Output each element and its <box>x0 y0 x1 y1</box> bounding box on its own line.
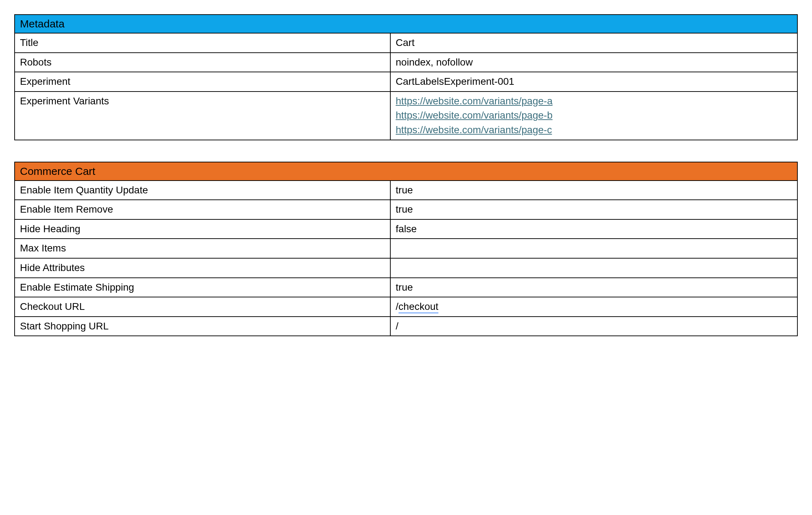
commerce-enable-estimate-shipping-value: true <box>390 278 797 297</box>
commerce-enable-item-quantity-update-label: Enable Item Quantity Update <box>15 181 390 200</box>
table-row: Max Items <box>15 239 797 258</box>
variant-link-a[interactable]: https://website.com/variants/page-a <box>396 94 792 109</box>
commerce-enable-item-quantity-update-value: true <box>390 181 797 200</box>
metadata-header: Metadata <box>15 15 797 33</box>
checkout-url-path: checkout <box>399 301 438 313</box>
table-row: Enable Item Remove true <box>15 200 797 219</box>
metadata-experiment-variants-label: Experiment Variants <box>15 92 390 140</box>
commerce-hide-attributes-label: Hide Attributes <box>15 258 390 278</box>
variant-link-b[interactable]: https://website.com/variants/page-b <box>396 108 792 123</box>
table-row: Start Shopping URL / <box>15 317 797 336</box>
metadata-robots-value: noindex, nofollow <box>390 53 797 72</box>
metadata-title-label: Title <box>15 33 390 53</box>
commerce-enable-estimate-shipping-label: Enable Estimate Shipping <box>15 278 390 297</box>
metadata-table: Metadata Title Cart Robots noindex, nofo… <box>14 14 798 140</box>
commerce-header: Commerce Cart <box>15 162 797 181</box>
table-row: Hide Heading false <box>15 219 797 239</box>
commerce-hide-heading-label: Hide Heading <box>15 219 390 239</box>
commerce-checkout-url-value: /checkout <box>390 297 797 317</box>
table-row: Hide Attributes <box>15 258 797 278</box>
commerce-max-items-value <box>390 239 797 258</box>
table-row: Title Cart <box>15 33 797 53</box>
table-row: Checkout URL /checkout <box>15 297 797 317</box>
metadata-robots-label: Robots <box>15 53 390 72</box>
commerce-start-shopping-url-label: Start Shopping URL <box>15 317 390 336</box>
variant-link-c[interactable]: https://website.com/variants/page-c <box>396 123 792 137</box>
table-row: Enable Estimate Shipping true <box>15 278 797 297</box>
metadata-experiment-label: Experiment <box>15 72 390 92</box>
commerce-max-items-label: Max Items <box>15 239 390 258</box>
table-row: Experiment CartLabelsExperiment-001 <box>15 72 797 92</box>
metadata-experiment-value: CartLabelsExperiment-001 <box>390 72 797 92</box>
metadata-experiment-variants-value: https://website.com/variants/page-a http… <box>390 92 797 140</box>
table-row: Robots noindex, nofollow <box>15 53 797 72</box>
table-row: Experiment Variants https://website.com/… <box>15 92 797 140</box>
table-row: Enable Item Quantity Update true <box>15 181 797 200</box>
checkout-url-prefix: / <box>396 301 399 312</box>
commerce-start-shopping-url-value: / <box>390 317 797 336</box>
commerce-hide-heading-value: false <box>390 219 797 239</box>
commerce-enable-item-remove-value: true <box>390 200 797 219</box>
commerce-enable-item-remove-label: Enable Item Remove <box>15 200 390 219</box>
commerce-checkout-url-label: Checkout URL <box>15 297 390 317</box>
commerce-cart-table: Commerce Cart Enable Item Quantity Updat… <box>14 162 798 337</box>
metadata-title-value: Cart <box>390 33 797 53</box>
commerce-hide-attributes-value <box>390 258 797 278</box>
